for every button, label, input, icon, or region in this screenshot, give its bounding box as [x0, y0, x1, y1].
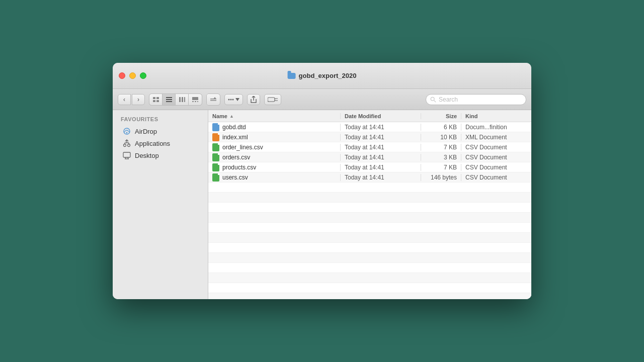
table-row[interactable]: gobd.dtdToday at 14:416 KBDocum...finiti… — [208, 122, 531, 132]
main-area: Favourites AirDrop — [113, 110, 531, 299]
view-controls-group2 — [206, 94, 220, 106]
svg-rect-8 — [182, 97, 183, 102]
empty-row — [208, 203, 531, 213]
search-box[interactable]: Search — [426, 94, 526, 105]
file-kind: CSV Document — [461, 164, 531, 171]
view-list-button[interactable] — [163, 94, 176, 105]
column-name[interactable]: Name ▲ — [208, 113, 340, 119]
table-row[interactable]: index.xmlToday at 14:4110 KBXML Document — [208, 132, 531, 142]
file-rows: gobd.dtdToday at 14:416 KBDocum...finiti… — [208, 122, 531, 183]
toolbar: ‹ › — [113, 89, 531, 110]
file-modified: Today at 14:41 — [340, 154, 421, 161]
file-name: gobd.dtd — [222, 124, 246, 131]
svg-point-19 — [232, 99, 234, 100]
file-name-cell: products.csv — [208, 163, 340, 171]
empty-row — [208, 183, 531, 193]
file-name: products.csv — [222, 164, 256, 171]
view-icon-button[interactable] — [149, 94, 163, 105]
back-button[interactable]: ‹ — [118, 94, 131, 105]
title-bar: gobd_export_2020 — [113, 63, 531, 89]
empty-row — [208, 223, 531, 233]
empty-row — [208, 233, 531, 243]
svg-point-17 — [228, 99, 230, 100]
file-size: 7 KB — [421, 164, 461, 171]
table-row[interactable]: products.csvToday at 14:417 KBCSV Docume… — [208, 162, 531, 172]
view-more-button[interactable] — [207, 94, 220, 105]
empty-row — [208, 193, 531, 203]
empty-row — [208, 263, 531, 273]
forward-button[interactable]: › — [132, 94, 145, 105]
file-kind: XML Document — [461, 134, 531, 141]
svg-rect-9 — [184, 97, 185, 102]
empty-row — [208, 273, 531, 283]
finder-window: gobd_export_2020 ‹ › — [113, 63, 531, 299]
svg-rect-11 — [192, 101, 194, 102]
table-row[interactable]: users.csvToday at 14:41146 bytesCSV Docu… — [208, 172, 531, 183]
svg-rect-1 — [156, 97, 159, 99]
traffic-lights — [119, 72, 146, 79]
svg-rect-6 — [166, 101, 172, 102]
sidebar: Favourites AirDrop — [113, 110, 208, 299]
file-kind: CSV Document — [461, 144, 531, 151]
file-name: orders.csv — [222, 154, 250, 161]
svg-point-27 — [126, 132, 128, 134]
table-row[interactable]: orders.csvToday at 14:413 KBCSV Document — [208, 152, 531, 162]
file-name-cell: orders.csv — [208, 153, 340, 161]
svg-rect-12 — [195, 101, 196, 102]
file-modified: Today at 14:41 — [340, 174, 421, 181]
file-name-cell: gobd.dtd — [208, 123, 340, 131]
svg-rect-0 — [153, 97, 155, 99]
empty-row — [208, 283, 531, 293]
file-name: index.xml — [222, 134, 248, 141]
minimize-button[interactable] — [129, 72, 136, 79]
file-kind: CSV Document — [461, 174, 531, 181]
svg-rect-4 — [166, 97, 172, 98]
sidebar-item-applications[interactable]: Applications — [115, 137, 206, 149]
file-icon-csv — [212, 173, 219, 182]
share-button[interactable] — [247, 94, 260, 105]
file-kind: Docum...finition — [461, 124, 531, 131]
empty-rows — [208, 183, 531, 299]
file-modified: Today at 14:41 — [340, 134, 421, 141]
column-kind[interactable]: Kind — [461, 113, 531, 119]
window-title-area: gobd_export_2020 — [288, 72, 357, 79]
column-modified[interactable]: Date Modified — [340, 113, 421, 119]
column-size[interactable]: Size — [421, 113, 461, 119]
svg-line-25 — [434, 100, 436, 102]
svg-rect-10 — [192, 97, 198, 100]
view-column-button[interactable] — [176, 94, 189, 105]
file-icon-dtd — [212, 123, 219, 131]
file-name: users.csv — [222, 174, 248, 181]
file-modified: Today at 14:41 — [340, 124, 421, 131]
svg-point-24 — [431, 97, 434, 101]
svg-marker-16 — [213, 97, 216, 99]
sidebar-item-airdrop-label: AirDrop — [135, 128, 157, 135]
view-controls-group1 — [149, 94, 202, 106]
file-list: Name ▲ Date Modified Size Kind gobd.dtdT… — [208, 110, 531, 299]
tag-button[interactable] — [264, 94, 281, 105]
table-row[interactable]: order_lines.csvToday at 14:417 KBCSV Doc… — [208, 142, 531, 152]
maximize-button[interactable] — [140, 72, 146, 79]
empty-row — [208, 243, 531, 253]
svg-marker-20 — [235, 98, 239, 101]
svg-point-18 — [230, 99, 232, 100]
svg-rect-2 — [153, 100, 155, 102]
file-size: 10 KB — [421, 134, 461, 141]
nav-buttons: ‹ › — [118, 94, 145, 105]
file-kind: CSV Document — [461, 154, 531, 161]
file-name-cell: users.csv — [208, 173, 340, 182]
file-size: 146 bytes — [421, 174, 461, 181]
file-list-header: Name ▲ Date Modified Size Kind — [208, 110, 531, 122]
airdrop-icon — [123, 127, 131, 135]
view-gallery-button[interactable] — [189, 94, 202, 105]
svg-rect-5 — [166, 99, 172, 100]
sidebar-item-desktop[interactable]: Desktop — [115, 149, 206, 161]
folder-icon — [288, 73, 296, 79]
sidebar-item-desktop-label: Desktop — [135, 152, 159, 159]
close-button[interactable] — [119, 72, 125, 79]
action-button[interactable] — [224, 94, 243, 105]
file-modified: Today at 14:41 — [340, 164, 421, 171]
svg-point-29 — [128, 144, 130, 147]
file-name-cell: order_lines.csv — [208, 143, 340, 151]
sidebar-item-airdrop[interactable]: AirDrop — [115, 125, 206, 137]
